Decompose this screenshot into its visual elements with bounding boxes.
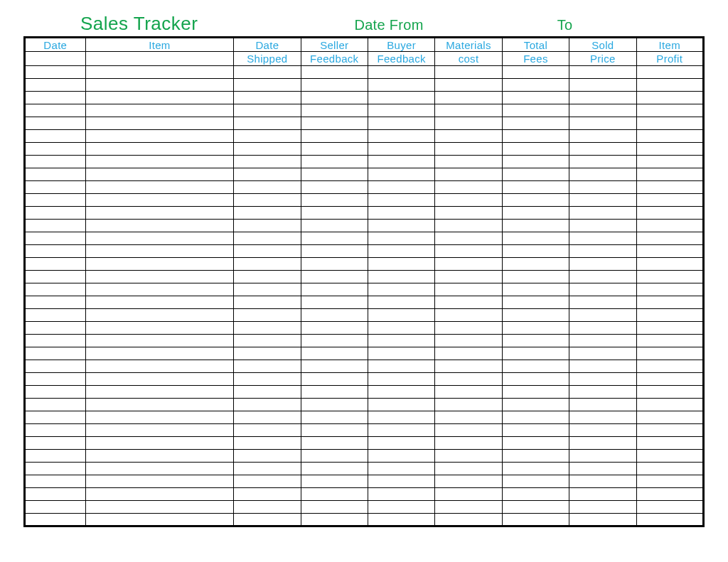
cell[interactable] [435,296,502,309]
cell[interactable] [636,143,703,156]
cell[interactable] [636,437,703,450]
cell[interactable] [234,360,301,373]
cell[interactable] [368,463,434,475]
cell[interactable] [25,488,86,501]
cell[interactable] [85,450,234,463]
cell[interactable] [636,411,703,424]
cell[interactable] [234,399,301,411]
cell[interactable] [569,399,636,411]
cell[interactable] [25,168,86,181]
cell[interactable] [85,347,234,360]
cell[interactable] [435,386,502,399]
cell[interactable] [636,92,703,104]
cell[interactable] [368,309,434,322]
cell[interactable] [301,386,368,399]
cell[interactable] [569,168,636,181]
cell[interactable] [301,309,368,322]
cell[interactable] [636,386,703,399]
cell[interactable] [569,130,636,143]
cell[interactable] [569,283,636,296]
cell[interactable] [435,411,502,424]
cell[interactable] [435,488,502,501]
cell[interactable] [85,488,234,501]
cell[interactable] [85,399,234,411]
cell[interactable] [85,79,234,92]
cell[interactable] [435,309,502,322]
cell[interactable] [25,399,86,411]
cell[interactable] [502,104,569,117]
cell[interactable] [301,207,368,220]
cell[interactable] [435,220,502,232]
cell[interactable] [234,296,301,309]
cell[interactable] [368,104,434,117]
cell[interactable] [435,475,502,488]
cell[interactable] [502,130,569,143]
cell[interactable] [569,360,636,373]
cell[interactable] [636,424,703,437]
cell[interactable] [569,66,636,79]
cell[interactable] [435,463,502,475]
cell[interactable] [301,501,368,514]
cell[interactable] [636,360,703,373]
cell[interactable] [301,104,368,117]
cell[interactable] [636,168,703,181]
cell[interactable] [636,232,703,245]
cell[interactable] [301,117,368,130]
cell[interactable] [301,92,368,104]
cell[interactable] [368,488,434,501]
cell[interactable] [301,488,368,501]
cell[interactable] [301,347,368,360]
cell[interactable] [25,79,86,92]
cell[interactable] [301,181,368,194]
cell[interactable] [435,501,502,514]
cell[interactable] [85,335,234,347]
cell[interactable] [368,347,434,360]
cell[interactable] [569,117,636,130]
cell[interactable] [636,79,703,92]
cell[interactable] [85,258,234,271]
cell[interactable] [234,347,301,360]
cell[interactable] [502,143,569,156]
cell[interactable] [85,296,234,309]
cell[interactable] [636,245,703,258]
cell[interactable] [301,450,368,463]
cell[interactable] [502,335,569,347]
cell[interactable] [502,296,569,309]
cell[interactable] [368,437,434,450]
cell[interactable] [234,386,301,399]
cell[interactable] [569,207,636,220]
cell[interactable] [368,156,434,168]
cell[interactable] [25,386,86,399]
cell[interactable] [234,66,301,79]
cell[interactable] [502,514,569,526]
cell[interactable] [636,501,703,514]
cell[interactable] [301,271,368,283]
cell[interactable] [85,271,234,283]
cell[interactable] [25,322,86,335]
cell[interactable] [569,143,636,156]
cell[interactable] [301,79,368,92]
cell[interactable] [25,66,86,79]
cell[interactable] [435,399,502,411]
cell[interactable] [569,181,636,194]
cell[interactable] [435,437,502,450]
cell[interactable] [234,194,301,207]
cell[interactable] [636,104,703,117]
cell[interactable] [435,79,502,92]
cell[interactable] [234,437,301,450]
cell[interactable] [234,156,301,168]
cell[interactable] [234,220,301,232]
cell[interactable] [25,92,86,104]
cell[interactable] [435,271,502,283]
cell[interactable] [85,104,234,117]
cell[interactable] [25,501,86,514]
cell[interactable] [502,322,569,335]
cell[interactable] [502,373,569,386]
cell[interactable] [301,296,368,309]
cell[interactable] [234,168,301,181]
cell[interactable] [502,424,569,437]
cell[interactable] [502,309,569,322]
cell[interactable] [569,245,636,258]
cell[interactable] [368,335,434,347]
cell[interactable] [25,181,86,194]
